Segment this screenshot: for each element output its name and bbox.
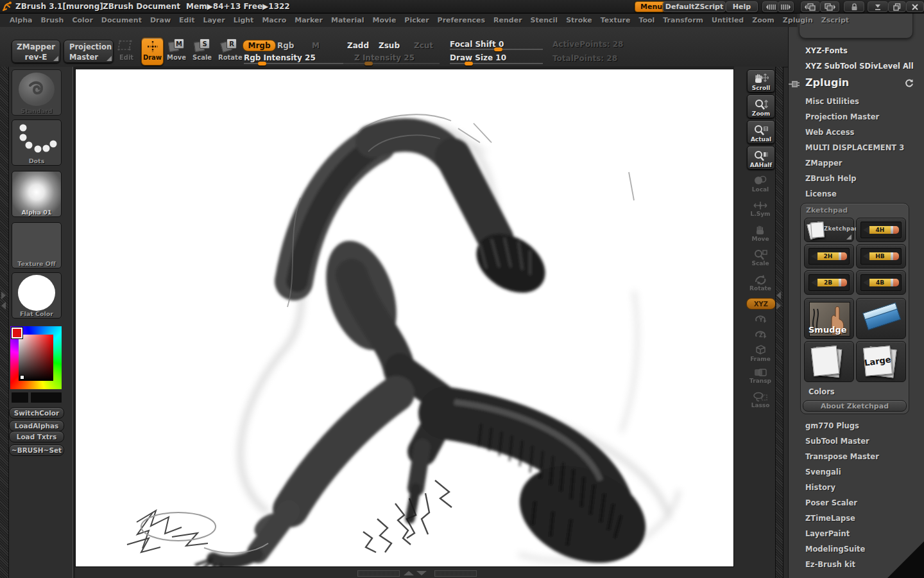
- menu-zplugin[interactable]: Zplugin: [783, 16, 813, 24]
- z-axis-button[interactable]: Z: [747, 329, 774, 343]
- zoom-button[interactable]: Zoom: [747, 94, 775, 118]
- lsym-button[interactable]: L.Sym: [747, 200, 774, 217]
- menu-zoom[interactable]: Zoom: [752, 16, 774, 24]
- divider-down-arrow-icon[interactable]: [416, 571, 427, 575]
- close-button[interactable]: [906, 1, 924, 12]
- menu-stroke[interactable]: Stroke: [566, 16, 592, 24]
- zsub-toggle[interactable]: Zsub: [379, 41, 400, 50]
- menu-material[interactable]: Material: [331, 16, 364, 24]
- menu-brush[interactable]: Brush: [40, 16, 64, 24]
- projection-master-button[interactable]: ProjectionMaster: [64, 40, 114, 63]
- focal-shift-slider-nub[interactable]: [494, 48, 502, 51]
- y-axis-button[interactable]: Y: [747, 313, 774, 328]
- material-tile[interactable]: Flat Color: [12, 272, 62, 319]
- current-color-swatch[interactable]: [12, 328, 22, 338]
- help-button[interactable]: Help: [726, 1, 758, 12]
- switchcolor-button[interactable]: SwitchColor: [9, 407, 64, 419]
- rgb-intensity-slider-nub[interactable]: [258, 62, 266, 66]
- menu-layer[interactable]: Layer: [203, 16, 225, 24]
- menu-stencil[interactable]: Stencil: [531, 16, 558, 24]
- z-intensity-slider-nub[interactable]: [364, 62, 373, 66]
- zketchpad-open-button[interactable]: Zketchpad: [804, 218, 854, 242]
- shelf-shrink-button[interactable]: [762, 1, 778, 12]
- plugin-item[interactable]: Transpose Master: [805, 452, 879, 461]
- frame-button[interactable]: Frame: [747, 343, 774, 362]
- menu-preferences[interactable]: Preferences: [438, 16, 485, 24]
- texture-tile[interactable]: Texture Off: [12, 222, 62, 268]
- zadd-toggle[interactable]: Zadd: [347, 41, 369, 50]
- pencil-4b-button[interactable]: 4B: [856, 270, 906, 295]
- draw-size-slider-nub[interactable]: [465, 62, 473, 66]
- plugin-item[interactable]: ZMapper: [805, 159, 842, 168]
- menu-zscript[interactable]: Zscript: [821, 16, 849, 24]
- pencil-2b-button[interactable]: 2B: [804, 270, 854, 295]
- menu-transform[interactable]: Transform: [663, 16, 703, 24]
- plugin-item[interactable]: Projection Master: [805, 112, 879, 121]
- rotate-canvas-button[interactable]: Rotate: [747, 274, 774, 292]
- xyz-toggle[interactable]: XYZ: [746, 298, 776, 310]
- draw-size-slider[interactable]: [450, 63, 543, 64]
- local-button[interactable]: Local: [747, 175, 774, 193]
- current-brush-tile[interactable]: Standard: [12, 69, 62, 116]
- actual-button[interactable]: Actual: [747, 120, 775, 144]
- rgb-toggle[interactable]: Rgb: [277, 41, 294, 50]
- menu-document[interactable]: Document: [101, 16, 142, 24]
- stroke-tile[interactable]: Dots: [12, 119, 62, 166]
- plugin-item[interactable]: gm770 Plugs: [805, 421, 859, 430]
- right-tray-divider[interactable]: [775, 67, 783, 578]
- lasso-button[interactable]: Lasso: [747, 391, 774, 408]
- pencil-2h-button[interactable]: 2H: [804, 244, 854, 268]
- menu-movie[interactable]: Movie: [372, 16, 396, 24]
- plugin-item[interactable]: Web Access: [805, 128, 854, 137]
- draw-mode-button[interactable]: Draw: [141, 37, 164, 66]
- next-document-button[interactable]: [820, 1, 839, 12]
- corner-resize-handle[interactable]: [887, 541, 924, 578]
- plugin-item[interactable]: License: [805, 189, 837, 198]
- rotate-mode-button[interactable]: R Rotate: [218, 37, 240, 64]
- brush-set-button[interactable]: ~BRUSH~Set: [9, 444, 64, 456]
- zmapper-button[interactable]: ZMapperrev-E: [12, 40, 60, 63]
- plugin-item-xyz-subtool[interactable]: XYZ SubTool SDivLevel All: [805, 62, 914, 71]
- move-canvas-button[interactable]: Move: [747, 225, 774, 242]
- z-intensity-slider[interactable]: [321, 63, 440, 64]
- scale-canvas-button[interactable]: Scale: [747, 249, 774, 267]
- scale-mode-button[interactable]: S Scale: [193, 37, 212, 64]
- divider-up-arrow-icon[interactable]: [404, 571, 414, 575]
- plugin-item-xyz-fonts[interactable]: XYZ-Fonts: [805, 46, 848, 55]
- prev-document-button[interactable]: [801, 1, 820, 12]
- aahalf-button[interactable]: AAHalf: [747, 146, 775, 170]
- menu-untitled[interactable]: Untitled: [712, 16, 744, 24]
- default-zscript-button[interactable]: DefaultZScript: [663, 1, 726, 12]
- plugin-item[interactable]: ZTimeLapse: [805, 514, 855, 523]
- scroll-button[interactable]: Scroll: [747, 69, 775, 92]
- menu-tool[interactable]: Tool: [638, 16, 654, 24]
- plugin-item[interactable]: Ez-Brush kit: [805, 560, 855, 569]
- pencil-4h-button[interactable]: 4H: [856, 218, 906, 242]
- loadalphas-button[interactable]: LoadAlphas: [9, 420, 64, 432]
- zcut-toggle[interactable]: Zcut: [414, 41, 433, 50]
- menu-render[interactable]: Render: [493, 16, 522, 24]
- plugin-item[interactable]: Svengali: [805, 468, 841, 477]
- colors-label[interactable]: Colors: [809, 387, 835, 396]
- document-canvas[interactable]: [75, 69, 734, 567]
- zplugin-section-title[interactable]: Zplugin: [805, 76, 849, 89]
- gradient-swatch[interactable]: [30, 392, 62, 403]
- shelf-grow-button[interactable]: [778, 1, 794, 12]
- bottom-divider-right[interactable]: [434, 570, 477, 577]
- zketchpad-panel-title[interactable]: Zketchpad: [806, 206, 848, 215]
- menu-texture[interactable]: Texture: [601, 16, 631, 24]
- plugin-item[interactable]: SubTool Master: [805, 437, 869, 446]
- pencil-hb-button[interactable]: HB: [856, 244, 906, 268]
- menu-alpha[interactable]: Alpha: [10, 16, 32, 24]
- menu-light[interactable]: Light: [234, 16, 254, 24]
- plugin-item[interactable]: History: [805, 483, 835, 492]
- alpha-tile[interactable]: Alpha 01: [12, 171, 62, 217]
- plugin-item[interactable]: Poser Scaler: [805, 498, 857, 507]
- transp-button[interactable]: Transp: [747, 367, 774, 384]
- plugin-item[interactable]: MULTI DISPLACEMENT 3: [805, 143, 904, 152]
- plugin-item[interactable]: ZBrush Help: [805, 174, 857, 183]
- mrgb-toggle[interactable]: Mrgb: [243, 40, 276, 51]
- m-toggle[interactable]: M: [312, 41, 320, 50]
- menu-draw[interactable]: Draw: [150, 16, 171, 24]
- secondary-swatch[interactable]: [11, 392, 29, 403]
